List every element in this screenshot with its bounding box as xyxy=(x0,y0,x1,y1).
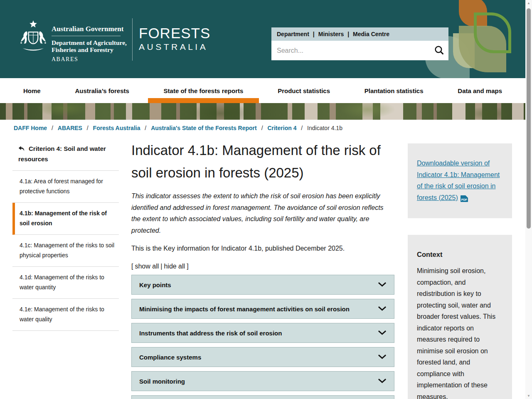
chevron-down-icon xyxy=(378,377,387,385)
show-all-link[interactable]: show all xyxy=(135,263,159,270)
nav-item-state-of-the-forests-reports[interactable]: State of the forests reports xyxy=(148,78,259,103)
scrollbar-thumb[interactable] xyxy=(527,8,531,229)
nav-item-product-statistics[interactable]: Product statistics xyxy=(262,78,346,103)
chevron-down-icon xyxy=(378,305,387,313)
context-text: Minimising soil erosion, compaction, and… xyxy=(417,265,503,399)
divider xyxy=(52,36,121,36)
australian-coat-of-arms-icon xyxy=(16,18,51,60)
brand-line2: AUSTRALIA xyxy=(139,42,210,52)
context-box: Context Minimising soil erosion, compact… xyxy=(408,235,512,399)
sidebar-back-label: Criterion 4: Soil and water resources xyxy=(18,145,106,163)
main-navigation: Home Australia’s forests State of the fo… xyxy=(0,78,525,103)
vertical-scrollbar[interactable]: ▲ ▼ xyxy=(525,0,532,399)
nav-item-home[interactable]: Home xyxy=(7,78,57,103)
pdf-file-icon: PDF xyxy=(461,195,468,202)
accordion-compliance-systems[interactable]: Compliance systems xyxy=(131,347,394,367)
scrollbar-down-arrow-icon[interactable]: ▼ xyxy=(525,394,532,398)
nav-item-australias-forests[interactable]: Australia’s forests xyxy=(59,78,145,103)
quick-link-separator: | xyxy=(313,31,315,37)
gov-name: Australian Government xyxy=(52,25,127,33)
published-line: This is the Key information for Indicato… xyxy=(131,243,394,254)
sidebar-item-4-1b[interactable]: 4.1b: Management of the risk of soil ero… xyxy=(12,203,119,235)
context-title: Context xyxy=(417,251,503,259)
breadcrumb-separator: / xyxy=(145,125,146,131)
accordion-partial-cutoff[interactable] xyxy=(131,395,394,399)
nav-item-plantation-statistics[interactable]: Plantation statistics xyxy=(349,78,439,103)
accordion-key-points[interactable]: Key points xyxy=(131,275,394,295)
search-box xyxy=(271,41,448,60)
hide-all-link[interactable]: hide all xyxy=(164,263,185,270)
breadcrumb-separator: / xyxy=(261,125,263,131)
page-title: Indicator 4.1b: Management of the risk o… xyxy=(131,139,394,184)
quick-link-separator: | xyxy=(347,31,349,37)
quick-link-ministers[interactable]: Ministers xyxy=(318,31,344,37)
nav-item-data-and-maps[interactable]: Data and maps xyxy=(442,78,518,103)
forests-australia-logo[interactable]: FORESTS AUSTRALIA xyxy=(139,26,210,52)
accordion-instruments[interactable]: Instruments that address the risk of soi… xyxy=(131,323,394,343)
dept-line2: Fisheries and Forestry xyxy=(52,46,127,53)
show-hide-all-controls: [show all|hide all] xyxy=(131,261,394,272)
brand-divider xyxy=(132,18,133,61)
indicator-intro-text: This indicator assesses the extent to wh… xyxy=(131,190,394,236)
breadcrumb-separator: / xyxy=(301,125,303,131)
breadcrumb-abares[interactable]: ABARES xyxy=(58,125,82,131)
search-button[interactable] xyxy=(429,41,448,60)
sidebar-back-criterion-4[interactable]: Criterion 4: Soil and water resources xyxy=(12,140,119,171)
toggle-suffix: ] xyxy=(187,263,188,270)
site-header: Australian Government Department of Agri… xyxy=(0,0,525,78)
accordion-soil-monitoring[interactable]: Soil monitoring xyxy=(131,371,394,391)
accordion-label: Key points xyxy=(139,281,171,288)
breadcrumb-separator: / xyxy=(52,125,53,131)
chevron-down-icon xyxy=(378,329,387,337)
breadcrumb-state-of-forests-report[interactable]: Australia's State of the Forests Report xyxy=(151,125,257,131)
accordion-minimising-impacts[interactable]: Minimising the impacts of forest managem… xyxy=(131,299,394,319)
dept-line1: Department of Agriculture, xyxy=(52,39,127,46)
accordion-label: Instruments that address the risk of soi… xyxy=(139,330,282,337)
search-icon xyxy=(434,45,444,57)
scrollbar-up-arrow-icon[interactable]: ▲ xyxy=(525,1,532,5)
quick-links-bar: Department | Ministers | Media Centre xyxy=(271,27,448,41)
accordion-label: Compliance systems xyxy=(139,354,201,361)
sidebar-item-4-1e[interactable]: 4.1e: Management of the risks to water q… xyxy=(12,299,119,331)
sidebar-item-4-1d[interactable]: 4.1d: Management of the risks to water q… xyxy=(12,267,119,299)
reply-arrow-icon xyxy=(18,145,25,154)
leaf-decoration-green-outline xyxy=(474,12,511,53)
breadcrumb-separator: / xyxy=(87,125,89,131)
chevron-down-icon xyxy=(378,353,387,361)
accordion-label: Soil monitoring xyxy=(139,378,185,385)
breadcrumb-forests-australia[interactable]: Forests Australia xyxy=(93,125,140,131)
main-content: Indicator 4.1b: Management of the risk o… xyxy=(131,139,394,399)
abares-label: ABARES xyxy=(52,56,127,63)
download-box: Downloadable version of Indicator 4.1b: … xyxy=(408,143,512,218)
breadcrumb-current: Indicator 4.1b xyxy=(307,125,342,131)
sidebar-item-4-1a[interactable]: 4.1a: Area of forest managed for protect… xyxy=(12,171,119,203)
chevron-down-icon xyxy=(378,281,387,288)
section-side-nav: Criterion 4: Soil and water resources 4.… xyxy=(12,140,119,331)
quick-link-department[interactable]: Department xyxy=(277,31,309,37)
toggle-prefix: [ xyxy=(131,263,133,270)
government-wordmark: Australian Government Department of Agri… xyxy=(52,25,127,63)
brand-line1: FORESTS xyxy=(139,26,210,41)
breadcrumb-daff-home[interactable]: DAFF Home xyxy=(14,125,47,131)
accordion-label: Minimising the impacts of forest managem… xyxy=(139,305,350,313)
downloadable-version-link[interactable]: Downloadable version of Indicator 4.1b: … xyxy=(417,160,500,201)
breadcrumb-criterion-4[interactable]: Criterion 4 xyxy=(267,125,296,131)
search-input[interactable] xyxy=(271,47,429,54)
sidebar-item-4-1c[interactable]: 4.1c: Management of the risks to soil ph… xyxy=(12,235,119,267)
quick-link-media-centre[interactable]: Media Centre xyxy=(353,31,389,37)
forest-banner-image xyxy=(0,103,525,120)
breadcrumb: DAFF Home / ABARES / Forests Australia /… xyxy=(14,125,342,131)
toggle-separator: | xyxy=(160,263,162,270)
